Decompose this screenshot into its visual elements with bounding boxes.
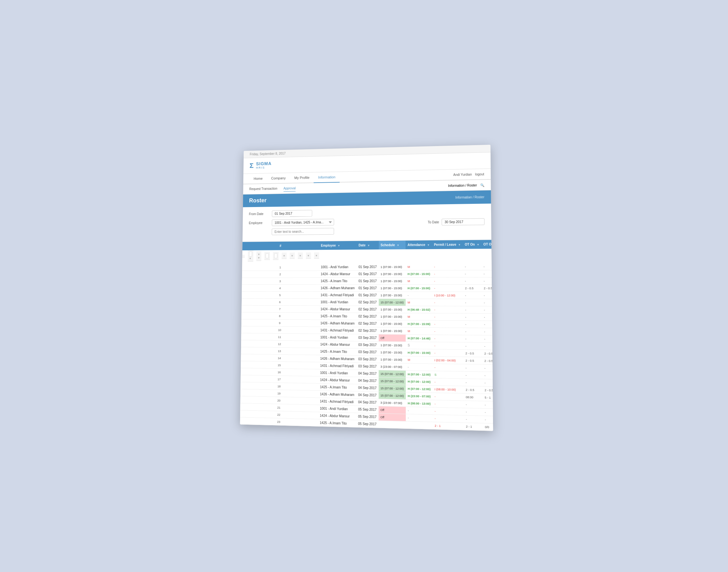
nav-company[interactable]: Company [267,173,290,184]
cell-attendance: M [406,328,432,335]
employee-select[interactable]: 1001 - Andi Yurdian, 1425 - A.Ima... [272,219,334,226]
col-employee-header[interactable]: Employee ▼ [319,241,357,250]
cell-employee: 1424 - Abdur Mansur [319,271,357,278]
sub-nav-items: Request Transaction Approval [249,185,296,192]
cell-ot-off: - [482,343,493,350]
cell-date: 05 Sep 2017 [356,406,378,414]
cell-schedule: 1 (07:00 - 15:00) [378,342,406,349]
nav-information[interactable]: Information [314,172,340,183]
cell-attendance: H (07:00 - 12:00) [406,385,432,392]
cell-attendance: M [406,356,432,364]
cell-date: 03 Sep 2017 [356,363,378,370]
breadcrumb-text: Information / Roster [448,183,477,188]
from-date-label: From Date [249,212,269,216]
cell-ot-off: 0/0 [483,423,493,431]
cell-employee: 1424 - Abdur Mansur [319,305,357,313]
logo: Σ SIGMA HRIS [249,161,272,169]
col-ot-off-header[interactable]: OT Off ▼ [482,240,493,249]
col-date-header[interactable]: Date ▼ [357,241,378,249]
cell-ot-off: 2 - 0.5 [483,357,493,365]
cell-schedule: 1 (07:00 - 15:00) [378,327,406,335]
logout-link[interactable]: logout [475,172,484,176]
sub-nav-request[interactable]: Request Transaction [249,186,277,192]
cell-date: 03 Sep 2017 [356,341,378,349]
cell-employee: 1001 - Andi Yurdian [319,298,357,305]
cell-employee: 1424 - Abdur Mansur [318,341,357,348]
cell-ot-on: 2 - 0.5 [463,284,482,291]
app-window: Friday, September 8, 2017 Σ SIGMA HRIS H… [240,145,493,431]
cell-attendance: M [406,277,432,284]
nav-right: Andi Yurdian logout [453,172,484,176]
filter-schedule[interactable] [266,253,269,259]
cell-ot-on: - [463,263,482,270]
cell-schedule: Off [378,406,406,414]
cell-schedule: 1 (07:00 - 15:00) [378,356,406,363]
cell-attendance: H (23:00 - 07:00) [406,392,432,400]
cell-ot-off: - [482,292,493,299]
cell-permit: - [432,335,463,342]
cell-employee: 1425 - A.Imam Tito [318,313,356,320]
cell-permit: - [432,270,463,277]
search-icon[interactable]: 🔍 [480,183,484,187]
col-schedule-header[interactable]: Schedule ▼ [379,241,406,250]
breadcrumb-header: Information / Roster [455,195,484,199]
cell-employee: 1431 - Achmad Fitriyadi [318,362,356,370]
cell-permit: - [432,284,463,291]
cell-date: 02 Sep 2017 [357,313,379,320]
cell-ot-on: - [463,292,482,299]
cell-schedule: 3 (23:00 - 07:00) [378,363,406,371]
cell-date: 05 Sep 2017 [356,413,378,421]
cell-attendance: H (07:00 - 12:00) [406,378,432,385]
cell-schedule: 3 (23:00 - 07:00) [378,399,406,407]
cell-schedule: 1 (07:00 - 15:00) [379,277,406,284]
cell-date: 01 Sep 2017 [357,270,379,277]
cell-schedule: 1 (07:00 - 15:00) [379,270,406,277]
cell-schedule: 15 (07:00 - 12:00) [378,377,406,385]
cell-date: 04 Sep 2017 [356,391,378,399]
cell-ot-on: 2 - 0.5 [463,350,483,357]
filter-employee[interactable] [249,252,252,257]
nav-home[interactable]: Home [249,173,267,184]
cell-schedule: 15 (07:00 - 12:00) [378,391,406,399]
col-ot-on-header[interactable]: OT On ▼ [462,240,481,249]
col-attendance-header[interactable]: Attendance ▼ [406,240,432,249]
cell-employee: 1425 - A.Imam Tito [319,278,357,285]
employee-row: Employee 1001 - Andi Yurdian, 1425 - A.I… [249,218,421,226]
cell-ot-off: 2 - 0.5 [483,386,493,394]
cell-attendance: - [406,414,432,422]
cell-permit: - [433,400,464,408]
cell-ot-on: - [463,306,482,313]
cell-ot-off: 2 - 0.5 [482,284,493,292]
cell-num: 5 [242,291,319,298]
cell-ot-off: - [482,299,493,306]
cell-num: 7 [241,305,318,313]
to-date-label: To Date [428,220,439,224]
cell-date: 04 Sep 2017 [356,384,378,392]
cell-ot-on: - [464,415,483,423]
cell-date: 01 Sep 2017 [357,291,379,298]
table-body: 1 1001 - Andi Yurdian 01 Sep 2017 1 (07:… [240,263,493,431]
breadcrumb: Information / Roster 🔍 [448,183,484,188]
cell-permit: - [432,306,463,313]
cell-num: 8 [241,312,318,320]
cell-date: 02 Sep 2017 [357,320,379,328]
filter-attendance[interactable] [274,253,277,259]
cell-num: 9 [241,319,318,327]
to-date-input[interactable] [442,218,485,226]
cell-ot-off: - [482,313,493,321]
col-permit-header[interactable]: Permit / Leave ▼ [432,240,463,249]
filter-section: From Date Employee 1001 - Andi Yurdian, … [242,204,491,242]
cell-attendance: M [406,263,432,270]
cell-employee: 1424 - Abdur Mansur [318,376,356,384]
nav-my-profile[interactable]: My Profile [290,172,314,183]
cell-schedule: 1 (07:00 - 15:00) [379,264,406,271]
sigma-icon: Σ [249,162,253,170]
cell-date: 03 Sep 2017 [356,334,378,342]
cell-schedule: Off [378,414,406,421]
cell-ot-on: - [463,313,482,321]
cell-ot-on: - [463,321,482,328]
col-num-header: # [242,241,319,251]
search-input[interactable] [272,228,334,235]
sub-nav-approval[interactable]: Approval [283,185,296,192]
from-date-input[interactable] [272,210,312,217]
